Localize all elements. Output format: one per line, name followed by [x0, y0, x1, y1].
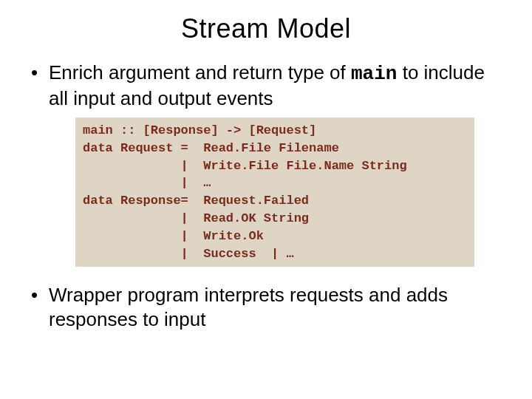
bullet-list-2: Wrapper program interprets requests and …	[30, 283, 502, 331]
slide-title: Stream Model	[30, 13, 502, 44]
bullet-1-text-pre: Enrich argument and return type of	[49, 61, 351, 83]
bullet-1: Enrich argument and return type of main …	[30, 61, 502, 110]
slide: Stream Model Enrich argument and return …	[0, 0, 532, 399]
bullet-list: Enrich argument and return type of main …	[30, 61, 502, 110]
code-block: main :: [Response] -> [Request] data Req…	[75, 117, 474, 267]
bullet-1-code: main	[351, 63, 397, 85]
bullet-2: Wrapper program interprets requests and …	[30, 283, 502, 331]
